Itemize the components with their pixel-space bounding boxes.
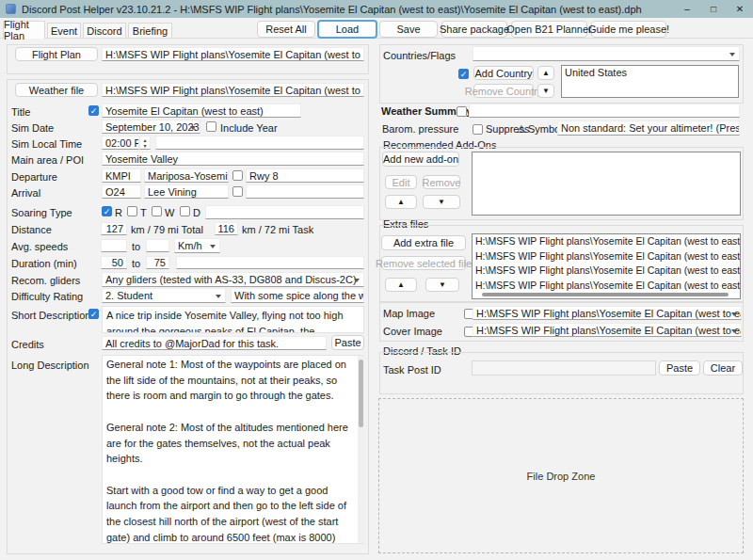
duration-to-word: to: [132, 258, 140, 269]
add-extra-file-button[interactable]: Add extra file: [381, 235, 466, 250]
save-button[interactable]: Save: [379, 21, 438, 38]
chevron-down-icon: [216, 295, 221, 298]
soaring-t-checkbox[interactable]: [127, 206, 137, 216]
extra-file-item[interactable]: H:\MSFS WIP Flight plans\Yosemite El Cap…: [473, 264, 740, 279]
task-post-id-field[interactable]: [472, 360, 656, 376]
chevron-down-icon: [731, 312, 737, 316]
extra-files-listbox[interactable]: H:\MSFS WIP Flight plans\Yosemite El Cap…: [472, 233, 741, 299]
include-year-checkbox[interactable]: [206, 121, 216, 132]
cover-image-select[interactable]: H:\MSFS WIP Flight plans\Yosemite El Cap…: [473, 323, 742, 337]
recom-gliders-value: Any gliders (tested with AS-33, DG808 an…: [105, 274, 357, 285]
soaring-extra-field[interactable]: [205, 205, 364, 219]
task-paste-button[interactable]: Paste: [659, 360, 700, 376]
tab-strip-divider: [0, 38, 753, 39]
task-clear-button[interactable]: Clear: [703, 360, 743, 376]
flight-plan-button[interactable]: Flight Plan: [15, 47, 98, 61]
sim-time-extra-field[interactable]: [155, 136, 364, 150]
arrival-name-field[interactable]: Lee Vining: [144, 184, 229, 199]
distance-task-field: 116: [215, 222, 238, 235]
file-drop-zone[interactable]: File Drop Zone: [378, 398, 744, 553]
extra-file-down-button[interactable]: ▼: [425, 278, 459, 292]
long-desc-scrollbar[interactable]: [358, 356, 364, 543]
addon-down-button[interactable]: ▼: [423, 195, 460, 209]
close-icon[interactable]: ✕: [727, 0, 753, 18]
add-country-button[interactable]: Add Country: [473, 66, 534, 80]
tab-briefing[interactable]: Briefing: [128, 23, 172, 39]
sim-date-select[interactable]: September 10, 2023: [102, 120, 200, 134]
suppress-checkbox[interactable]: [473, 124, 483, 135]
title-field[interactable]: Yosemite El Capitan (west to east): [102, 104, 301, 118]
title-checkbox[interactable]: ✓: [88, 105, 99, 116]
arrival-checkbox[interactable]: [232, 186, 243, 197]
short-desc-textarea[interactable]: A nice trip inside Yosemite Valley, flyi…: [102, 306, 364, 333]
addons-listbox[interactable]: [472, 152, 741, 216]
sim-time-stepper[interactable]: ▴ ▾: [139, 136, 151, 150]
long-desc-label: Long Description: [11, 360, 89, 371]
weather-summary-checkbox[interactable]: [457, 106, 467, 117]
credits-field[interactable]: All credits to @MajorDad for this task.: [102, 336, 327, 350]
tab-event[interactable]: Event: [47, 23, 81, 39]
countries-checkbox[interactable]: ✓: [458, 69, 469, 79]
soaring-r-label: R: [115, 207, 122, 218]
speed-unit-select[interactable]: Km/h: [174, 238, 220, 253]
departure-code-field[interactable]: KMPI: [102, 168, 141, 183]
open-b21-planner-button[interactable]: Open B21 Planner: [511, 21, 587, 38]
addon-up-button[interactable]: ▲: [385, 195, 417, 209]
departure-checkbox[interactable]: [232, 170, 243, 181]
country-up-button[interactable]: ▲: [537, 66, 554, 80]
duration-extra-field[interactable]: [176, 256, 364, 269]
weather-file-path-field[interactable]: H:\MSFS WIP Flight plans\Yosemite El Cap…: [102, 83, 364, 97]
soaring-d-checkbox[interactable]: [180, 206, 190, 216]
departure-name-field[interactable]: Mariposa-Yosemite: [144, 168, 229, 183]
country-down-button[interactable]: ▼: [537, 84, 554, 98]
minimize-icon[interactable]: –: [674, 0, 700, 18]
credits-paste-button[interactable]: Paste: [331, 335, 364, 350]
edit-addon-button[interactable]: Edit: [385, 175, 417, 189]
remove-country-button[interactable]: Remove Country: [473, 84, 534, 98]
reset-all-button[interactable]: Reset All: [257, 21, 315, 38]
difficulty-select[interactable]: 2. Student: [102, 288, 226, 303]
soaring-w-checkbox[interactable]: [152, 206, 162, 216]
tab-discord[interactable]: Discord: [83, 23, 126, 39]
arrival-code-field[interactable]: O24: [102, 184, 141, 199]
extra-file-item[interactable]: H:\MSFS WIP Flight plans\Yosemite El Cap…: [473, 279, 740, 294]
extra-file-up-button[interactable]: ▲: [385, 278, 417, 292]
departure-runway-field[interactable]: Rwy 8: [246, 168, 364, 183]
add-addon-button[interactable]: Add new add-on: [382, 152, 459, 167]
difficulty-note-field[interactable]: With some spice along the way: [231, 288, 364, 303]
country-list-item[interactable]: United States: [562, 66, 738, 81]
soaring-r-checkbox[interactable]: ✓: [102, 206, 112, 216]
duration-to-field[interactable]: 75: [146, 256, 169, 269]
load-button[interactable]: Load: [317, 20, 377, 39]
maximize-icon[interactable]: □: [700, 0, 727, 18]
weather-file-button[interactable]: Weather file: [15, 83, 98, 97]
remove-addon-button[interactable]: Remove: [423, 175, 460, 189]
extra-file-item[interactable]: H:\MSFS WIP Flight plans\Yosemite El Cap…: [473, 249, 740, 264]
spin-down-icon[interactable]: ▾: [143, 143, 146, 149]
arrival-runway-field[interactable]: [246, 184, 364, 199]
flight-plan-path-field[interactable]: H:\MSFS WIP Flight plans\Yosemite El Cap…: [102, 47, 364, 61]
recom-gliders-select[interactable]: Any gliders (tested with AS-33, DG808 an…: [102, 272, 364, 287]
weather-summary-field[interactable]: [469, 104, 740, 118]
avg-speed-from-field[interactable]: [101, 239, 127, 252]
duration-from-field[interactable]: 50: [101, 256, 127, 269]
remove-extra-file-button[interactable]: Remove selected file: [381, 256, 466, 270]
share-package-button[interactable]: Share package: [441, 21, 507, 38]
credits-label: Credits: [11, 339, 44, 350]
map-image-select[interactable]: H:\MSFS WIP Flight plans\Yosemite El Cap…: [473, 306, 742, 320]
extra-file-item[interactable]: H:\MSFS WIP Flight plans\Yosemite El Cap…: [473, 234, 740, 249]
short-desc-checkbox[interactable]: ✓: [88, 309, 99, 319]
long-desc-scroll-thumb[interactable]: [359, 360, 363, 427]
countries-listbox[interactable]: United States: [561, 65, 739, 98]
arrival-label: Arrival: [11, 187, 40, 199]
barom-message-field[interactable]: Non standard: Set your altimeter! (Press…: [557, 120, 740, 136]
distance-label: Distance: [11, 224, 52, 235]
extra-files-hscroll-thumb[interactable]: [482, 293, 729, 296]
long-desc-textarea[interactable]: General note 1: Most of the waypoints ar…: [102, 355, 364, 544]
countries-select[interactable]: [473, 46, 740, 61]
guide-me-button[interactable]: Guide me please!: [591, 21, 666, 38]
main-area-field[interactable]: Yosemite Valley: [102, 152, 364, 166]
avg-speed-to-field[interactable]: [146, 239, 169, 252]
sim-time-field[interactable]: 02:00 PM: [102, 136, 139, 150]
tab-flight-plan[interactable]: Flight Plan: [3, 21, 45, 39]
